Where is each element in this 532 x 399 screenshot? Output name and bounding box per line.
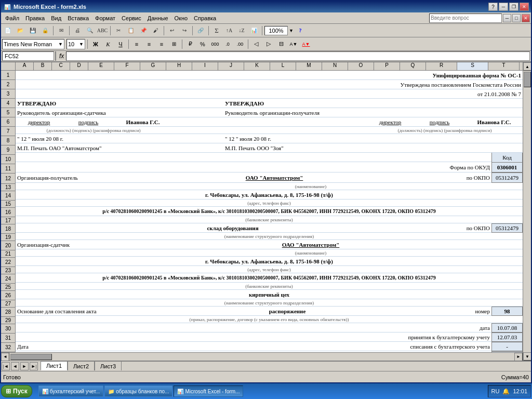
comma-btn[interactable]: 000 (209, 39, 221, 49)
start-button[interactable]: ⊞ Пуск (1, 385, 32, 397)
underline-btn[interactable]: Ч (115, 39, 126, 49)
tab-last-btn[interactable]: ►| (30, 362, 38, 370)
font-color-btn[interactable]: A▼ (300, 39, 312, 49)
cut-btn[interactable]: ✂ (113, 25, 124, 36)
fx-button[interactable]: fx (57, 52, 66, 60)
ribbon-close[interactable]: ✕ (522, 14, 530, 22)
scroll-up-btn[interactable]: ▲ (523, 62, 531, 71)
formula-input[interactable] (66, 51, 530, 61)
sheet-tab-2[interactable]: Лист2 (68, 361, 95, 370)
col-S[interactable]: S (457, 62, 488, 70)
menu-file[interactable]: Файл (2, 14, 22, 22)
indent-inc-btn[interactable]: ▷ (263, 39, 274, 49)
col-H[interactable]: H (166, 62, 192, 70)
col-J[interactable]: J (218, 62, 244, 70)
new-btn[interactable]: 📄 (2, 25, 14, 36)
format-painter[interactable]: 🖌 (150, 25, 162, 36)
col-C[interactable]: C (52, 62, 70, 70)
v-scroll-track[interactable] (523, 71, 531, 352)
menu-view[interactable]: Вид (48, 14, 64, 22)
help-circle-btn[interactable]: ? (295, 25, 306, 36)
open-btn[interactable]: 📂 (15, 25, 26, 36)
align-center-btn[interactable]: ≡ (143, 39, 155, 49)
zoom-dropdown[interactable]: ▼ (289, 28, 294, 33)
border-btn[interactable]: ⊟ (275, 39, 287, 49)
h-scroll-thumb[interactable] (10, 354, 52, 360)
bold-btn[interactable]: Ж (90, 39, 101, 49)
sort-desc-btn[interactable]: ↓Z (236, 25, 247, 36)
hyperlink-btn[interactable]: 🔗 (195, 25, 206, 36)
scroll-right-btn[interactable]: ► (514, 353, 523, 361)
menu-data[interactable]: Данные (144, 14, 171, 22)
taskbar-item-2[interactable]: 📁 образцы бланков по... (104, 385, 172, 397)
minimize-btn[interactable]: ─ (499, 3, 508, 11)
menu-help[interactable]: Справка (191, 14, 219, 22)
name-box[interactable]: FC52 (2, 51, 54, 61)
zoom-input[interactable] (264, 26, 288, 35)
preview-btn[interactable]: 🔍 (84, 25, 96, 36)
vertical-scrollbar[interactable]: ▲ ▼ (523, 62, 531, 361)
align-left-btn[interactable]: ≡ (131, 39, 142, 49)
menu-window[interactable]: Окно (171, 14, 191, 22)
dec-inc-btn[interactable]: .0 (222, 39, 233, 49)
col-Q[interactable]: Q (400, 62, 426, 70)
scroll-down-btn[interactable]: ▼ (523, 352, 531, 361)
close-btn[interactable]: ✕ (520, 3, 529, 11)
scroll-left-btn[interactable]: ◄ (1, 353, 9, 361)
col-G[interactable]: G (140, 62, 166, 70)
col-M[interactable]: M (296, 62, 322, 70)
col-E[interactable]: E (88, 62, 114, 70)
col-P[interactable]: P (374, 62, 400, 70)
font-size-box[interactable]: 10 ▼ (66, 39, 85, 49)
print-btn[interactable]: 🖨 (72, 25, 83, 36)
taskbar-item-3[interactable]: 📊 Microsoft Excel - form... (174, 385, 243, 397)
h-scroll-track[interactable] (9, 353, 514, 361)
font-size-dropdown-icon[interactable]: ▼ (79, 42, 84, 47)
tab-first-btn[interactable]: |◄ (2, 362, 10, 370)
undo-btn[interactable]: ↩ (166, 25, 178, 36)
col-A[interactable]: A (16, 62, 34, 70)
merge-btn[interactable]: ⊞ (168, 39, 180, 49)
italic-btn[interactable]: К (102, 39, 114, 49)
ribbon-restore[interactable]: □ (512, 14, 521, 22)
percent-btn[interactable]: % (197, 39, 208, 49)
col-F[interactable]: F (114, 62, 140, 70)
save-btn[interactable]: 💾 (27, 25, 38, 36)
tab-prev-btn[interactable]: ◄ (11, 362, 19, 370)
menu-format[interactable]: Формат (92, 14, 118, 22)
sort-asc-btn[interactable]: ↑A (223, 25, 235, 36)
col-L[interactable]: L (270, 62, 296, 70)
v-scroll-thumb[interactable] (524, 72, 531, 87)
currency-btn[interactable]: ₽ (184, 39, 196, 49)
col-O[interactable]: O (348, 62, 374, 70)
col-B[interactable]: B (34, 62, 52, 70)
col-T[interactable]: T (488, 62, 520, 70)
col-N[interactable]: N (322, 62, 348, 70)
sheet-tab-3[interactable]: Лист3 (95, 361, 122, 370)
menu-tools[interactable]: Сервис (118, 14, 144, 22)
font-name-dropdown-icon[interactable]: ▼ (58, 42, 63, 47)
col-R[interactable]: R (426, 62, 457, 70)
fill-color-btn[interactable]: A▼ (288, 39, 299, 49)
menu-edit[interactable]: Правка (22, 14, 48, 22)
chart-btn[interactable]: 📊 (248, 25, 260, 36)
copy-btn[interactable]: 📋 (125, 25, 137, 36)
permission-btn[interactable]: 🔒 (39, 25, 51, 36)
restore-btn[interactable]: ❐ (509, 3, 518, 11)
taskbar-item-1[interactable]: 📊 бухгалтерский учет... (38, 385, 104, 397)
horizontal-scrollbar[interactable]: ◄ ► (1, 352, 523, 361)
ribbon-minimize[interactable]: ─ (503, 14, 511, 22)
tab-next-btn[interactable]: ► (20, 362, 29, 370)
col-K[interactable]: K (244, 62, 270, 70)
dec-dec-btn[interactable]: .00 (234, 39, 246, 49)
help-search[interactable] (429, 14, 502, 23)
spell-btn[interactable]: ABC (97, 25, 108, 36)
menu-insert[interactable]: Вставка (64, 14, 92, 22)
help-btn[interactable]: ? (488, 3, 498, 11)
col-D[interactable]: D (70, 62, 88, 70)
email-btn[interactable]: ✉ (56, 25, 67, 36)
autosum-btn[interactable]: Σ (211, 25, 222, 36)
align-right-btn[interactable]: ≡ (156, 39, 167, 49)
indent-dec-btn[interactable]: ◁ (250, 39, 262, 49)
paste-btn[interactable]: 📌 (138, 25, 149, 36)
